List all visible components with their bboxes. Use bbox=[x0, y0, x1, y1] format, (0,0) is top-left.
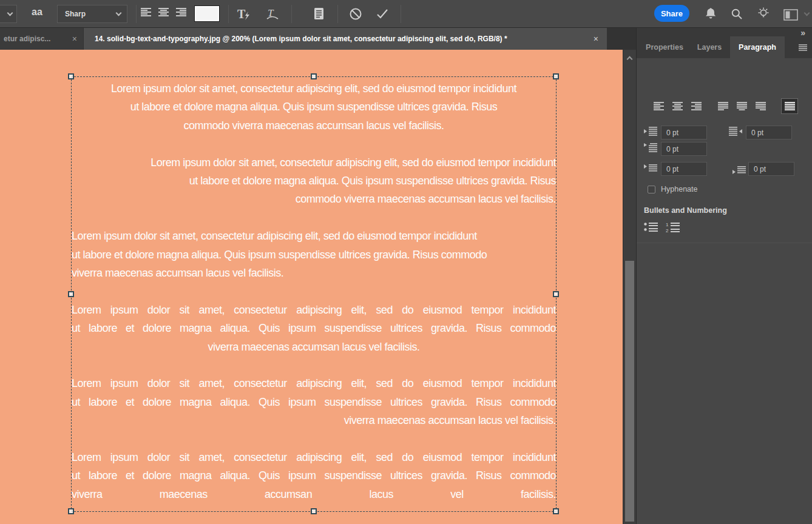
share-button[interactable]: Share bbox=[654, 5, 689, 22]
checkmark-icon bbox=[376, 8, 389, 20]
justify-last-right-icon bbox=[756, 102, 766, 110]
text-line: ut labore et dolore magna aliqua. Quis i… bbox=[72, 393, 556, 411]
expand-panels-icon[interactable]: » bbox=[800, 28, 805, 38]
transform-handle-top-left[interactable] bbox=[68, 73, 74, 79]
text-frame[interactable]: Lorem ipsum dolor sit amet, consectetur … bbox=[71, 76, 557, 512]
text-line: Lorem ipsum dolor sit amet, consectetur … bbox=[72, 301, 556, 319]
field-value: 0 pt bbox=[751, 129, 763, 137]
bulleted-list-icon bbox=[644, 222, 658, 232]
canvas-scrollbar-track[interactable] bbox=[623, 50, 636, 524]
indent-left-field[interactable]: 0 pt bbox=[661, 126, 707, 139]
text-line: Lorem ipsum dolor sit amet, consectetur … bbox=[72, 227, 556, 245]
justify-last-left-button[interactable] bbox=[714, 98, 731, 114]
field-value: 0 pt bbox=[666, 145, 678, 153]
align-right-button[interactable] bbox=[176, 8, 186, 16]
document-tab-background[interactable]: etur adipisc... × bbox=[0, 28, 83, 50]
warp-text-icon: T bbox=[265, 7, 280, 21]
tab-paragraph[interactable]: Paragraph bbox=[730, 36, 785, 58]
paragraph-align-right-button[interactable] bbox=[688, 98, 705, 114]
cancel-edits-button[interactable] bbox=[347, 6, 364, 22]
numbered-list-button[interactable]: 12 bbox=[666, 222, 680, 235]
tab-properties[interactable]: Properties bbox=[640, 36, 689, 58]
field-value: 0 pt bbox=[666, 129, 678, 137]
document-tab-active[interactable]: 14. solid-bg-text-and-typography.jpg @ 2… bbox=[84, 28, 607, 50]
close-icon[interactable]: × bbox=[72, 34, 77, 44]
chevron-down-icon bbox=[116, 10, 122, 16]
anti-alias-icon: aa bbox=[32, 7, 42, 18]
field-value: 0 pt bbox=[666, 165, 678, 173]
text-line: commodo viverra maecenas accumsan lacus … bbox=[72, 190, 556, 208]
toggle-panels-button[interactable] bbox=[311, 6, 328, 22]
separator bbox=[337, 5, 338, 23]
bullets-numbering-heading: Bullets and Numbering bbox=[644, 206, 727, 215]
separator bbox=[401, 5, 401, 23]
space-after-icon bbox=[732, 166, 746, 176]
text-line: ut labore et dolore magna aliqua. Quis i… bbox=[72, 466, 556, 485]
font-size-dropdown[interactable] bbox=[0, 5, 17, 23]
transform-handle-bottom-left[interactable] bbox=[68, 508, 74, 514]
align-right-icon bbox=[176, 8, 186, 16]
notifications-button[interactable] bbox=[703, 6, 719, 22]
indent-first-line-icon bbox=[644, 143, 657, 155]
paragraph-justify-last-center: Lorem ipsum dolor sit amet, consectetur … bbox=[72, 301, 556, 356]
panel-menu-button[interactable] bbox=[799, 42, 807, 53]
discover-button[interactable] bbox=[755, 5, 772, 22]
warp-text-button[interactable]: T bbox=[263, 6, 282, 22]
scroll-up-icon[interactable] bbox=[627, 56, 633, 62]
bulleted-list-button[interactable] bbox=[644, 222, 658, 235]
transform-handle-mid-left[interactable] bbox=[68, 291, 74, 297]
paragraph-panel-content: 0 pt 0 pt 0 pt 0 pt bbox=[637, 58, 812, 524]
transform-handle-bottom-right[interactable] bbox=[553, 508, 559, 514]
tab-label: Layers bbox=[697, 43, 722, 52]
text-line: viverra maecenas accumsan lacus vel faci… bbox=[72, 485, 556, 503]
text-line: commodo viverra maecenas accumsan lacus … bbox=[72, 116, 556, 135]
align-center-icon bbox=[158, 8, 169, 16]
indent-right-icon bbox=[729, 127, 742, 138]
space-after-field[interactable]: 0 pt bbox=[748, 162, 794, 176]
canvas[interactable]: Lorem ipsum dolor sit amet, consectetur … bbox=[0, 50, 623, 524]
workspace-button[interactable] bbox=[783, 8, 799, 21]
numbered-list-icon: 12 bbox=[666, 222, 680, 233]
hyphenate-label: Hyphenate bbox=[661, 185, 697, 193]
indent-right-field[interactable]: 0 pt bbox=[746, 126, 792, 139]
separator bbox=[136, 5, 137, 23]
lightbulb-icon bbox=[756, 6, 771, 22]
text-lightning-button[interactable]: T bbox=[235, 6, 254, 22]
text-line: Lorem ipsum dolor sit amet, consectetur … bbox=[72, 153, 556, 172]
transform-handle-top-right[interactable] bbox=[553, 73, 559, 79]
text-color-swatch[interactable] bbox=[194, 5, 220, 22]
paragraph-align-left-button[interactable] bbox=[650, 98, 667, 114]
workspace-icon bbox=[783, 9, 798, 21]
transform-handle-bottom-center[interactable] bbox=[311, 508, 317, 514]
close-icon[interactable]: × bbox=[594, 34, 598, 44]
space-before-icon bbox=[644, 163, 657, 175]
document-tab-bar: etur adipisc... × 14. solid-bg-text-and-… bbox=[0, 28, 636, 50]
justify-last-right-button[interactable] bbox=[752, 98, 769, 114]
align-left-button[interactable] bbox=[141, 8, 151, 16]
scrollbar-thumb[interactable] bbox=[625, 261, 634, 522]
paragraph-align-center-button[interactable] bbox=[669, 98, 686, 114]
justify-all-button[interactable] bbox=[781, 98, 798, 114]
cancel-icon bbox=[349, 7, 362, 21]
hyphenate-checkbox[interactable] bbox=[648, 186, 655, 193]
text-line: Lorem ipsum dolor sit amet, consectetur … bbox=[72, 374, 556, 392]
align-center-button[interactable] bbox=[158, 8, 169, 16]
justify-last-left-icon bbox=[718, 102, 728, 110]
text-line: viverra maecenas accumsan lacus vel faci… bbox=[72, 338, 556, 356]
chevron-down-icon[interactable] bbox=[804, 10, 810, 16]
commit-edits-button[interactable] bbox=[374, 6, 391, 22]
anti-alias-dropdown[interactable]: Sharp bbox=[57, 5, 127, 23]
text-line: ut labore et dolore magna aliqua. Quis i… bbox=[72, 172, 556, 190]
separator bbox=[228, 5, 229, 23]
indent-first-line-field[interactable]: 0 pt bbox=[661, 142, 707, 156]
text-line: Lorem ipsum dolor sit amet, consectetur … bbox=[72, 448, 556, 466]
justify-last-center-button[interactable] bbox=[733, 98, 750, 114]
space-before-field[interactable]: 0 pt bbox=[661, 162, 707, 176]
tab-layers[interactable]: Layers bbox=[690, 36, 729, 58]
justify-all-icon bbox=[785, 102, 795, 110]
transform-handle-mid-right[interactable] bbox=[553, 291, 559, 297]
transform-handle-top-center[interactable] bbox=[311, 73, 317, 79]
search-button[interactable] bbox=[729, 7, 744, 21]
text-line: viverra maecenas accumsan lacus vel faci… bbox=[72, 411, 556, 429]
chevron-down-icon bbox=[7, 10, 13, 16]
